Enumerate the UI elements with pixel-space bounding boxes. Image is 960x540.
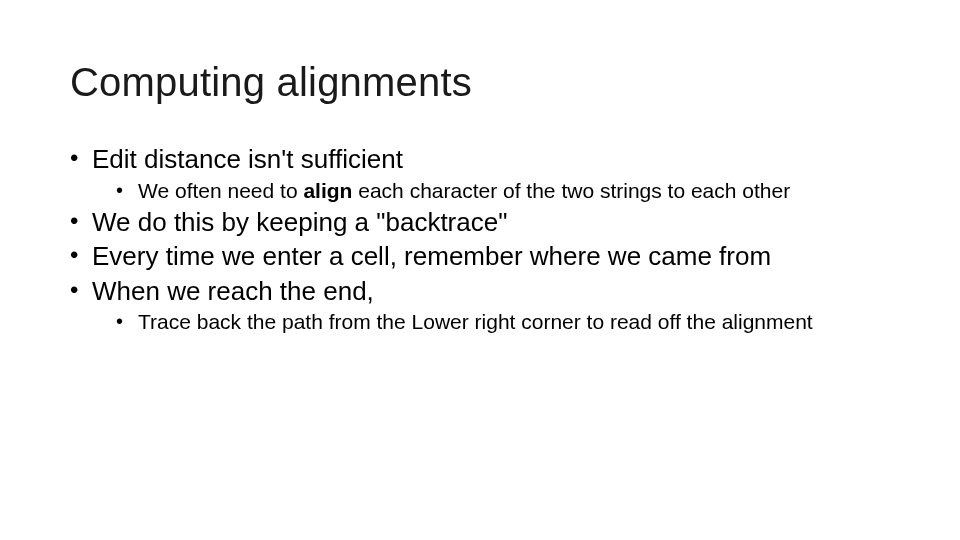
list-item: Trace back the path from the Lower right… [92,309,890,335]
bullet-text: Trace back the path from the Lower right… [138,310,813,333]
slide: Computing alignments Edit distance isn't… [0,0,960,540]
bullet-text: We often need to [138,179,303,202]
list-item: We often need to align each character of… [92,178,890,204]
list-item: When we reach the end, Trace back the pa… [70,275,890,336]
bullet-text: each character of the two strings to eac… [352,179,790,202]
bullet-text: We do this by keeping a "backtrace" [92,207,507,237]
bullet-list: Edit distance isn't sufficient We often … [70,143,890,336]
list-item: Edit distance isn't sufficient We often … [70,143,890,204]
list-item: We do this by keeping a "backtrace" [70,206,890,239]
list-item: Every time we enter a cell, remember whe… [70,240,890,273]
bullet-text: When we reach the end, [92,276,374,306]
bullet-text: Every time we enter a cell, remember whe… [92,241,771,271]
bullet-text: Edit distance isn't sufficient [92,144,403,174]
page-title: Computing alignments [70,60,890,105]
bullet-text-bold: align [303,179,352,202]
